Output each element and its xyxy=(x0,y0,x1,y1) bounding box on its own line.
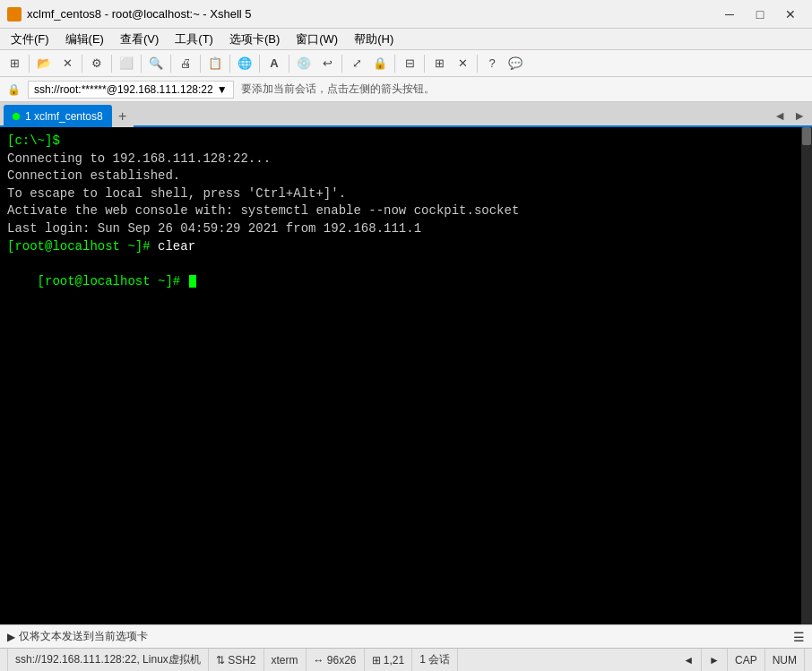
tab-nav-left-button[interactable]: ◄ xyxy=(771,108,789,123)
status-protocol-label: ⇅ SSH2 xyxy=(216,654,256,667)
new-session-button[interactable]: ⊞ xyxy=(4,54,25,73)
terminal-line-2: Connecting to 192.168.111.128:22... xyxy=(7,151,805,168)
status-sessions-label: 1 会话 xyxy=(419,652,450,667)
status-protocol: ⇅ SSH2 xyxy=(209,649,264,671)
toolbar-sep-13 xyxy=(477,55,478,73)
terminal-cursor xyxy=(189,275,196,288)
copy-button[interactable]: ⬜ xyxy=(116,54,137,73)
terminal-prompt-line: [root@localhost ~]# xyxy=(7,255,805,308)
status-prev-button[interactable]: ◄ xyxy=(676,649,702,671)
toolbar-sep-7 xyxy=(229,55,230,73)
title-bar-controls: ─ □ ✕ xyxy=(715,4,805,24)
toolbar-sep-6 xyxy=(200,55,201,73)
terminal-line-0: [c:\~]$ xyxy=(7,133,805,151)
dropdown-arrow-icon[interactable]: ▼ xyxy=(217,83,228,96)
tab-navigation: ◄ ► xyxy=(771,105,812,125)
status-next-button[interactable]: ► xyxy=(702,649,728,671)
status-size-label: ↔ 96x26 xyxy=(314,654,357,667)
add-tab-icon[interactable]: + xyxy=(112,105,134,127)
help-button[interactable]: ? xyxy=(481,54,503,73)
terminal-area[interactable]: [c:\~]$ Connecting to 192.168.111.128:22… xyxy=(0,127,812,624)
fullscreen-button[interactable]: ⤢ xyxy=(346,54,367,73)
tab-centos8[interactable]: 1 xclmf_centos8 xyxy=(4,105,112,127)
menu-tools[interactable]: 工具(T) xyxy=(168,30,220,49)
tab-status-dot xyxy=(13,113,20,120)
close-tab-button[interactable]: ✕ xyxy=(452,54,473,73)
address-bar: 🔒 ssh://root:******@192.168.111.128:22 ▼… xyxy=(0,77,812,102)
toolbar-sep-9 xyxy=(289,55,289,73)
status-position: ⊞ 1,21 xyxy=(365,649,413,671)
font-button[interactable]: A xyxy=(263,54,285,73)
status-caps-lock: CAP xyxy=(728,649,765,671)
lock-icon: 🔒 xyxy=(7,83,21,96)
bottom-menu-icon[interactable]: ☰ xyxy=(793,630,805,644)
status-num-lock: NUM xyxy=(765,649,805,671)
chat-button[interactable]: 💬 xyxy=(505,54,526,73)
address-value: ssh://root:******@192.168.111.128:22 xyxy=(34,83,213,96)
status-size: ↔ 96x26 xyxy=(307,649,365,671)
toolbar-sep-3 xyxy=(111,55,112,73)
minimize-button[interactable]: ─ xyxy=(715,4,744,24)
address-input[interactable]: ssh://root:******@192.168.111.128:22 ▼ xyxy=(28,81,234,99)
toolbar: ⊞ 📂 ✕ ⚙ ⬜ 🔍 🖨 📋 🌐 A 💿 ↩ ⤢ 🔒 ⊟ ⊞ ✕ ? 💬 xyxy=(0,50,812,77)
toolbar-sep-4 xyxy=(141,55,142,73)
tab-nav-right-button[interactable]: ► xyxy=(790,108,808,123)
status-terminal-label: xterm xyxy=(272,654,298,667)
menu-view[interactable]: 查看(V) xyxy=(113,30,166,49)
menu-help[interactable]: 帮助(H) xyxy=(347,30,401,49)
app-icon xyxy=(7,7,22,22)
status-sessions: 1 会话 xyxy=(412,649,458,671)
status-position-label: ⊞ 1,21 xyxy=(372,654,405,667)
status-connection: ssh://192.168.111.128:22, Linux虚拟机 xyxy=(7,649,209,671)
tab-bar: 1 xclmf_centos8 + ◄ ► xyxy=(0,102,812,127)
address-hint: 要添加当前会话，点击左侧的箭头按钮。 xyxy=(241,82,435,97)
toolbar-sep-1 xyxy=(29,55,30,73)
layout-button[interactable]: ⊟ xyxy=(399,54,420,73)
window-title: xclmf_centos8 - root@localhost:~ - Xshel… xyxy=(27,7,252,21)
title-bar: xclmf_centos8 - root@localhost:~ - Xshel… xyxy=(0,0,812,29)
transfer-button[interactable]: ↩ xyxy=(316,54,338,73)
status-terminal-type: xterm xyxy=(264,649,307,671)
maximize-button[interactable]: □ xyxy=(746,4,774,24)
status-connection-label: ssh://192.168.111.128:22, Linux虚拟机 xyxy=(15,652,201,667)
open-button[interactable]: 📂 xyxy=(33,54,55,73)
add-tab-button[interactable]: ⊞ xyxy=(428,54,450,73)
num-label: NUM xyxy=(773,654,797,667)
toolbar-sep-5 xyxy=(170,55,171,73)
toolbar-sep-2 xyxy=(82,55,82,73)
sftp-button[interactable]: 💿 xyxy=(293,54,315,73)
terminal-line-9: [root@localhost ~]# clear xyxy=(7,238,805,256)
toolbar-sep-12 xyxy=(424,55,425,73)
terminal-scrollbar[interactable] xyxy=(801,127,812,624)
paste-button[interactable]: 📋 xyxy=(204,54,226,73)
toolbar-sep-11 xyxy=(394,55,395,73)
menu-bar: 文件(F) 编辑(E) 查看(V) 工具(T) 选项卡(B) 窗口(W) 帮助(… xyxy=(0,29,812,50)
terminal-line-6: Activate the web console with: systemctl… xyxy=(7,202,805,220)
terminal-line-3: Connection established. xyxy=(7,168,805,185)
globe-button[interactable]: 🌐 xyxy=(234,54,255,73)
terminal-line-8: Last login: Sun Sep 26 04:59:29 2021 fro… xyxy=(7,220,805,238)
send-icon: ▶ xyxy=(7,631,15,643)
toolbar-sep-10 xyxy=(341,55,342,73)
search-button[interactable]: 🔍 xyxy=(145,54,167,73)
title-bar-left: xclmf_centos8 - root@localhost:~ - Xshel… xyxy=(7,7,252,22)
terminal-line-4: To escape to local shell, press 'Ctrl+Al… xyxy=(7,185,805,203)
toolbar-sep-8 xyxy=(259,55,260,73)
caps-label: CAP xyxy=(735,654,757,667)
menu-window[interactable]: 窗口(W) xyxy=(289,30,345,49)
tab-label: 1 xclmf_centos8 xyxy=(25,110,103,123)
bottom-input-bar: ▶ 仅将文本发送到当前选项卡 ☰ xyxy=(0,624,812,648)
menu-file[interactable]: 文件(F) xyxy=(4,30,56,49)
close-session-button[interactable]: ✕ xyxy=(56,54,78,73)
status-bar: ssh://192.168.111.128:22, Linux虚拟机 ⇅ SSH… xyxy=(0,648,812,671)
print-button[interactable]: 🖨 xyxy=(175,54,196,73)
bottom-input-label: 仅将文本发送到当前选项卡 xyxy=(19,629,148,644)
terminal-scrollbar-thumb[interactable] xyxy=(802,127,811,145)
close-button[interactable]: ✕ xyxy=(776,4,805,24)
menu-edit[interactable]: 编辑(E) xyxy=(58,30,111,49)
lock-button[interactable]: 🔒 xyxy=(369,54,391,73)
menu-tabs[interactable]: 选项卡(B) xyxy=(222,30,287,49)
settings-button[interactable]: ⚙ xyxy=(86,54,108,73)
